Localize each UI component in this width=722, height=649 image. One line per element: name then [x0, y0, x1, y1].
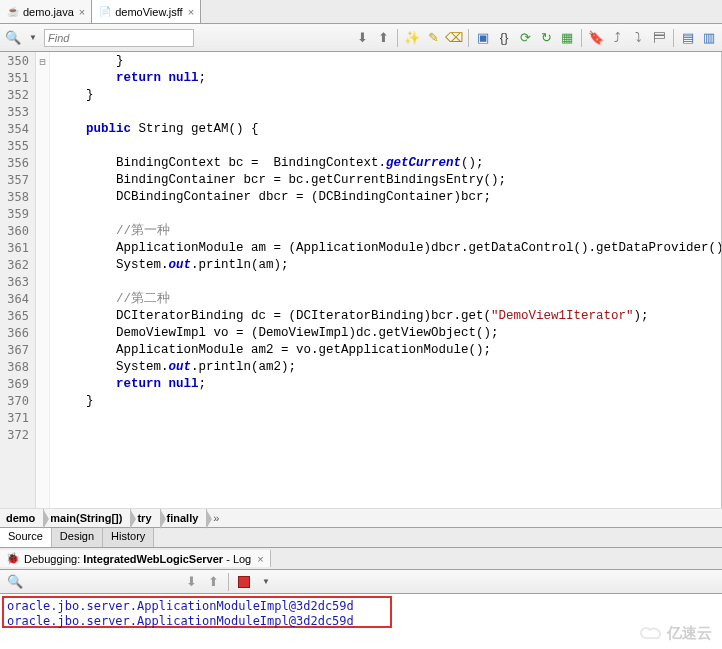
bookmark-toggle-icon[interactable]: ⛿	[650, 29, 668, 47]
tab-demo-java[interactable]: ☕ demo.java ×	[0, 0, 92, 23]
log-title-name: IntegratedWebLogicServer	[83, 553, 223, 565]
block-icon[interactable]: ▣	[474, 29, 492, 47]
bookmark-icon[interactable]: 🔖	[587, 29, 605, 47]
java-icon: ☕	[6, 5, 20, 19]
breadcrumb: demo main(String[]) try finally »	[0, 508, 722, 528]
binoculars-icon[interactable]: 🔍	[6, 573, 24, 591]
refresh-icon[interactable]: ↻	[537, 29, 555, 47]
code-editor[interactable]: 3503513523533543553563573583593603613623…	[0, 52, 722, 508]
dropdown-arrow-icon[interactable]: ▼	[257, 573, 275, 591]
tab-label: demo.java	[23, 6, 74, 18]
log-output[interactable]: oracle.jbo.server.ApplicationModuleImpl@…	[2, 596, 392, 628]
tab-history[interactable]: History	[103, 528, 154, 547]
code-text[interactable]: } return null; } public String getAM() {…	[50, 52, 721, 508]
arrow-up-icon[interactable]: ⬆	[374, 29, 392, 47]
log-panel-tabs: 🐞 Debugging: IntegratedWebLogicServer - …	[0, 548, 722, 570]
log-line: oracle.jbo.server.ApplicationModuleImpl@…	[7, 599, 387, 614]
validate-icon[interactable]: ▦	[558, 29, 576, 47]
reformat-icon[interactable]: ⟳	[516, 29, 534, 47]
binoculars-icon[interactable]: 🔍	[4, 29, 22, 47]
log-toolbar: 🔍 ⬇ ⬆ ▼	[0, 570, 722, 594]
breadcrumb-item[interactable]: demo	[0, 509, 44, 527]
breadcrumb-item[interactable]: finally	[161, 509, 208, 527]
line-gutter: 3503513523533543553563573583593603613623…	[0, 52, 36, 508]
panel-icon[interactable]: ▥	[700, 29, 718, 47]
eraser-icon[interactable]: ⌫	[445, 29, 463, 47]
wand-icon[interactable]: ✨	[403, 29, 421, 47]
jsff-icon: 📄	[98, 5, 112, 19]
log-title-suffix: - Log	[223, 553, 251, 565]
watermark: 亿速云	[640, 624, 712, 643]
grid-icon[interactable]: ▤	[679, 29, 697, 47]
arrow-up-icon[interactable]: ⬆	[204, 573, 222, 591]
arrow-down-icon[interactable]: ⬇	[182, 573, 200, 591]
highlight-icon[interactable]: ✎	[424, 29, 442, 47]
find-field: 🔍 ▼	[4, 29, 194, 47]
dropdown-arrow-icon[interactable]: ▼	[24, 29, 42, 47]
log-title-prefix: Debugging:	[24, 553, 83, 565]
editor-toolbar: 🔍 ▼ ⬇ ⬆ ✨ ✎ ⌫ ▣ {} ⟳ ↻ ▦ 🔖 ⤴ ⤵ ⛿ ▤ ▥	[0, 24, 722, 52]
close-icon[interactable]: ×	[188, 6, 194, 18]
fold-column[interactable]: ⊟	[36, 52, 50, 508]
bookmark-prev-icon[interactable]: ⤴	[608, 29, 626, 47]
tab-label: demoView.jsff	[115, 6, 182, 18]
log-tab-debugging[interactable]: 🐞 Debugging: IntegratedWebLogicServer - …	[0, 550, 271, 567]
bookmark-next-icon[interactable]: ⤵	[629, 29, 647, 47]
find-input[interactable]	[44, 29, 194, 47]
log-line: oracle.jbo.server.ApplicationModuleImpl@…	[7, 614, 387, 629]
close-icon[interactable]: ×	[257, 553, 263, 565]
close-icon[interactable]: ×	[79, 6, 85, 18]
stop-button[interactable]	[235, 573, 253, 591]
tab-demoview-jsff[interactable]: 📄 demoView.jsff ×	[92, 0, 201, 23]
arrow-down-icon[interactable]: ⬇	[353, 29, 371, 47]
bug-icon: 🐞	[6, 552, 20, 565]
editor-tabs: ☕ demo.java × 📄 demoView.jsff ×	[0, 0, 722, 24]
tab-source[interactable]: Source	[0, 528, 52, 547]
lower-tabs: Source Design History	[0, 528, 722, 548]
breadcrumb-item[interactable]: main(String[])	[44, 509, 131, 527]
tab-design[interactable]: Design	[52, 528, 103, 547]
braces-icon[interactable]: {}	[495, 29, 513, 47]
